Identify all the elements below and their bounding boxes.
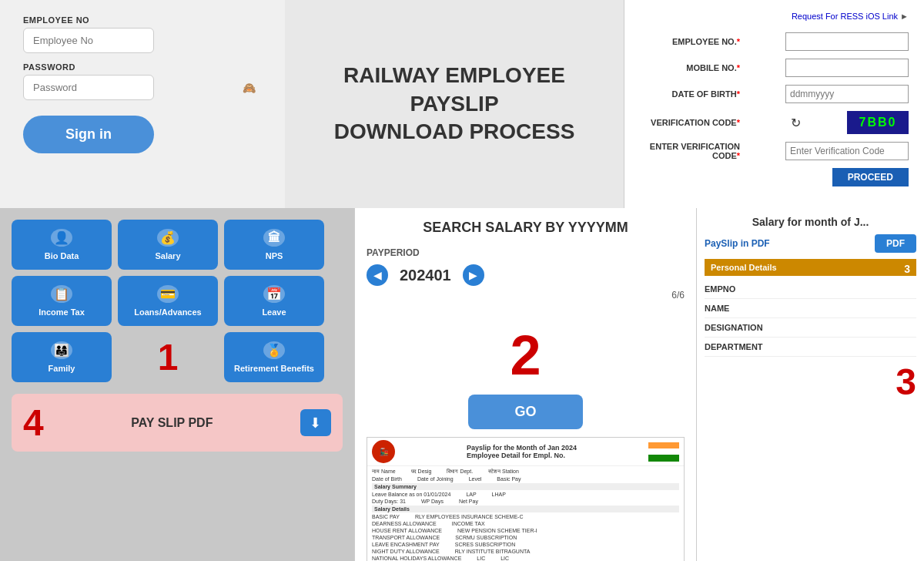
bio-data-icon: 👤 [51, 229, 72, 247]
dashboard-grid: 👤 Bio Data 💰 Salary 🏛 NPS 📋 Income Tax [12, 220, 324, 382]
sign-in-button[interactable]: Sign in [23, 116, 154, 153]
nps-button[interactable]: 🏛 NPS [224, 220, 324, 270]
detail-row: DESIGNATION [705, 318, 916, 338]
salary-icon: 💰 [157, 229, 179, 247]
payslip-pdf-row: 4 PAY SLIP PDF ⬇ [12, 394, 343, 452]
leave-icon: 📅 [263, 285, 285, 303]
personal-details-bar: Personal Details 3 [705, 259, 916, 276]
period-counter: 6/6 [367, 290, 685, 301]
download-button[interactable]: ⬇ [300, 409, 331, 436]
preview-content: नाम Nameपद Desigविभाग Dept.स्टेशन Statio… [367, 466, 684, 561]
enter-code-label: ENTER VERIFICATION CODE* [640, 142, 748, 160]
captcha-row: VERIFICATION CODE* ↻ 7BB0 [640, 111, 909, 134]
ress-mobile-input[interactable] [785, 59, 909, 77]
step3-large-number: 3 [896, 361, 916, 402]
loans-icon: 💳 [157, 285, 179, 303]
mobile-no-row: MOBILE NO.* [640, 59, 909, 77]
password-label: PASSWORD [23, 62, 262, 72]
family-icon: 👨‍👩‍👧 [51, 341, 72, 359]
personal-detail-rows: EMPNONAMEDESIGNATIONDEPARTMENT [705, 280, 916, 357]
next-period-button[interactable]: ▶ [463, 264, 484, 286]
go-button[interactable]: GO [468, 395, 582, 429]
payperiod-label: PAYPERIOD [367, 247, 685, 258]
step2-number: 2 [367, 324, 685, 387]
eye-icon[interactable]: 🙈 [243, 82, 256, 94]
income-tax-icon: 📋 [51, 285, 72, 303]
preview-title: Payslip for the Month of Jan 2024 Employ… [467, 444, 577, 459]
period-value: 202401 [400, 267, 451, 284]
step4-number: 4 [23, 401, 44, 444]
password-input[interactable] [23, 75, 154, 100]
detail-key: DEPARTMENT [705, 342, 789, 351]
step3-number: 3 [904, 263, 910, 275]
search-panel: SEARCH SALARY BY YYYYMM PAYPERIOD ◀ 2024… [354, 208, 697, 561]
ress-form-panel: Request For RESS iOS Link ► EMPLOYEE NO.… [624, 0, 924, 208]
step1-number: 1 [158, 339, 179, 376]
preview-header: 🚂 Payslip for the Month of Jan 2024 Empl… [367, 438, 684, 466]
family-button[interactable]: 👨‍👩‍👧 Family [12, 332, 112, 382]
verification-code-label: VERIFICATION CODE* [640, 118, 748, 127]
proceed-button[interactable]: PROCEED [832, 168, 909, 186]
ress-code-input[interactable] [785, 142, 909, 160]
ress-link[interactable]: Request For RESS iOS Link ► [640, 12, 909, 21]
period-nav: ◀ 202401 ▶ [367, 264, 685, 286]
payslip-pdf-label: PAY SLIP PDF [131, 416, 213, 430]
detail-key: DESIGNATION [705, 323, 789, 332]
salary-button[interactable]: 💰 Salary [118, 220, 218, 270]
retirement-button[interactable]: 🏅 Retirement Benefits [224, 332, 324, 382]
leave-button[interactable]: 📅 Leave [224, 276, 324, 326]
detail-key: EMPNO [705, 284, 789, 294]
mobile-no-form-label: MOBILE NO.* [640, 63, 748, 72]
salary-panel: Salary for month of J... PaySlip in PDF … [697, 208, 924, 561]
income-tax-button[interactable]: 📋 Income Tax [12, 276, 112, 326]
download-icon: ⬇ [310, 415, 321, 432]
captcha-refresh-icon[interactable]: ↻ [791, 116, 801, 130]
payslip-preview: 🚂 Payslip for the Month of Jan 2024 Empl… [367, 437, 685, 561]
employee-no-form-label: EMPLOYEE NO.* [640, 37, 748, 46]
dashboard-panel: 👤 Bio Data 💰 Salary 🏛 NPS 📋 Income Tax [0, 208, 354, 561]
pdf-row: PaySlip in PDF PDF [705, 234, 916, 253]
salary-month-title: Salary for month of J... [705, 216, 916, 228]
login-panel: EMPLOYEE NO PASSWORD 🙈 Sign in [0, 0, 285, 208]
employee-input[interactable] [23, 28, 154, 53]
dob-row: DATE OF BIRTH* [640, 85, 909, 103]
main-title: RAILWAY EMPLOYEE PAYSLIP DOWNLOAD PROCES… [334, 62, 575, 146]
title-panel: RAILWAY EMPLOYEE PAYSLIP DOWNLOAD PROCES… [285, 0, 624, 208]
preview-logo: 🚂 [372, 440, 395, 463]
payslip-in-pdf-label: PaySlip in PDF [705, 238, 770, 249]
enter-code-row: ENTER VERIFICATION CODE* [640, 142, 909, 160]
employee-no-row: EMPLOYEE NO.* [640, 32, 909, 51]
dob-form-label: DATE OF BIRTH* [640, 89, 748, 99]
retirement-icon: 🏅 [263, 341, 285, 359]
prev-period-button[interactable]: ◀ [367, 264, 388, 286]
bio-data-button[interactable]: 👤 Bio Data [12, 220, 112, 270]
india-flag-icon [648, 442, 679, 462]
loans-button[interactable]: 💳 Loans/Advances [118, 276, 218, 326]
pdf-button[interactable]: PDF [875, 234, 916, 253]
detail-row: DEPARTMENT [705, 338, 916, 357]
captcha-image: 7BB0 [847, 111, 909, 134]
search-title: SEARCH SALARY BY YYYYMM [367, 220, 685, 236]
nps-icon: 🏛 [263, 229, 285, 247]
detail-row: EMPNO [705, 280, 916, 299]
ress-dob-input[interactable] [785, 85, 909, 103]
ress-employee-input[interactable] [785, 32, 909, 51]
detail-key: NAME [705, 304, 789, 313]
employee-label: EMPLOYEE NO [23, 15, 262, 25]
detail-row: NAME [705, 299, 916, 318]
